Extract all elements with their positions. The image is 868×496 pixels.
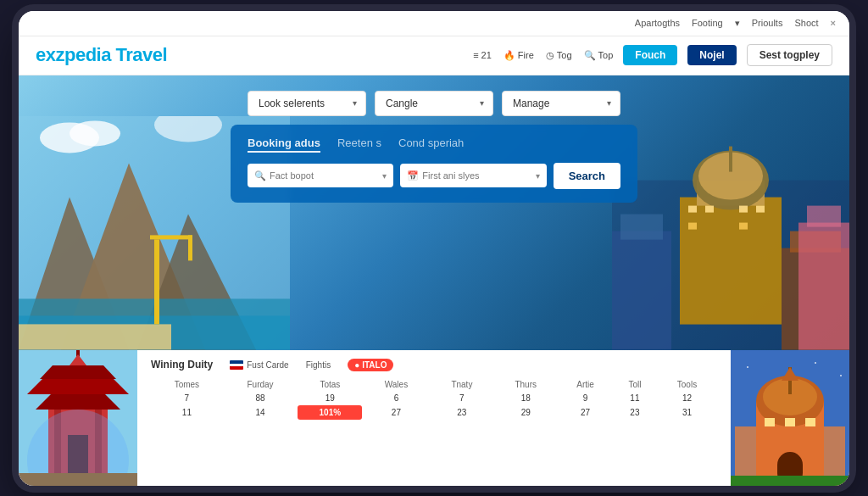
cell-23: 23 [431,405,494,420]
search-panel-wrapper: Look selerents Cangle Manage Booking adu… [19,75,849,203]
col-totas: Totas [298,378,362,391]
hero-section: Look selerents Cangle Manage Booking adu… [19,75,849,350]
col-tools: Tools [657,378,717,391]
top-nav-close-button[interactable]: × [831,18,836,28]
calendar-header-row: Wining Duity Fust Carde Fightis ● ITALO [151,359,717,371]
flag-icon [230,360,243,370]
svg-rect-28 [739,223,748,230]
svg-marker-35 [40,365,116,379]
top-nav-shoct[interactable]: Shoct [794,18,818,28]
top-nav-footing[interactable]: Footing [692,18,723,28]
svg-point-57 [840,375,842,376]
svg-rect-42 [19,473,137,486]
svg-rect-58 [731,476,849,486]
svg-rect-49 [765,418,775,426]
svg-rect-50 [785,418,795,426]
cell-6: 6 [362,391,430,405]
top-nav-dropdown-icon: ▾ [735,18,740,29]
col-wales: Wales [362,378,430,391]
bottom-calendar: Wining Duity Fust Carde Fightis ● ITALO … [137,350,731,486]
cell-18: 18 [493,391,558,405]
col-toll: Toll [613,378,657,391]
dropdown-cangle[interactable]: Cangle [375,91,493,116]
svg-rect-14 [680,198,782,325]
nav-icon-group: ≡ 21 🔥 Fire ◷ Tog 🔍 Top [473,50,613,61]
booking-tabs: Booking adus Reeten s Cond speriah [248,137,620,153]
booking-panel: Booking adus Reeten s Cond speriah 🔍 ▾ 📅… [231,125,637,203]
top-nav-prioults[interactable]: Prioults [752,18,783,28]
booking-search-row: 🔍 ▾ 📅 ▾ Search [248,163,620,189]
first-ani-slyes-input-wrapper: 📅 ▾ [400,164,546,187]
logo: exzpedia Travel [36,44,167,66]
cell-19: 19 [298,391,362,405]
svg-point-55 [747,366,748,368]
svg-rect-26 [756,206,765,213]
main-nav-bar: exzpedia Travel ≡ 21 🔥 Fire ◷ Tog 🔍 Top … [19,36,849,75]
svg-point-56 [815,362,816,364]
calendar-tag-fightis: Fightis [306,360,331,370]
cell-9: 9 [558,391,613,405]
svg-rect-19 [612,231,671,350]
svg-rect-7 [154,240,159,325]
col-tomes: Tomes [151,378,223,391]
svg-rect-29 [798,223,849,350]
cell-29: 29 [493,405,558,420]
cell-12: 12 [657,391,717,405]
calendar-icon: 📅 [407,170,419,181]
svg-rect-25 [739,206,748,213]
calendar-grid: Tomes Furday Totas Wales Tnaty Thurs Art… [151,378,717,420]
calendar-row-2: 11 14 101% 27 23 29 27 23 31 [151,405,717,420]
nav-icon-fire[interactable]: 🔥 Fire [504,50,534,61]
nav-icon-tog[interactable]: ◷ Tog [546,50,572,61]
fact-bopot-input[interactable] [248,164,393,187]
nojel-button[interactable]: Nojel [687,45,736,65]
tab-booking-adus[interactable]: Booking adus [248,137,320,153]
tab-cond-speriah[interactable]: Cond speriah [398,137,464,153]
fact-bopot-input-wrapper: 🔍 ▾ [248,164,393,187]
calendar-tag-fust-carde: Fust Carde [230,360,288,370]
top-nav-bar: Apartogths Footing ▾ Prioults Shoct × [19,11,849,36]
svg-rect-24 [705,206,714,213]
cell-101-highlight: 101% [298,405,362,420]
search-icon: 🔍 [254,170,266,181]
cell-23b: 23 [613,405,657,420]
svg-rect-27 [688,223,697,230]
device-frame: Apartogths Footing ▾ Prioults Shoct × ex… [19,11,849,486]
dropdown-arrow-icon: ▾ [382,171,387,181]
top-nav-apartogths[interactable]: Apartogths [635,18,680,28]
col-artie: Artie [558,378,613,391]
svg-rect-23 [688,206,697,213]
fouch-button[interactable]: Fouch [623,45,677,65]
sest-togpley-button[interactable]: Sest togpley [747,44,832,66]
svg-rect-8 [150,236,192,240]
svg-marker-34 [27,377,129,394]
nav-icon-list[interactable]: ≡ 21 [473,50,492,60]
bottom-left-image [19,350,137,486]
cell-7: 7 [151,391,223,405]
cell-11: 11 [613,391,657,405]
col-tnaty: Tnaty [431,378,494,391]
calendar-row-1: 7 88 19 6 7 18 9 11 12 [151,391,717,405]
bottom-section: Wining Duity Fust Carde Fightis ● ITALO … [19,350,849,486]
svg-rect-6 [19,325,171,350]
dropdown-row: Look selerents Cangle Manage [248,91,620,116]
bottom-right-image [731,350,849,486]
cell-14: 14 [223,405,298,420]
cell-7b: 7 [431,391,494,405]
cell-88: 88 [223,391,298,405]
col-thurs: Thurs [493,378,558,391]
dropdown-look-selerents[interactable]: Look selerents [248,91,366,116]
cell-27b: 27 [558,405,613,420]
cell-31: 31 [657,405,717,420]
nav-icon-top[interactable]: 🔍 Top [584,50,614,61]
svg-rect-20 [620,215,663,240]
dropdown-manage[interactable]: Manage [502,91,620,116]
search-button[interactable]: Search [554,163,620,189]
cell-27: 27 [362,405,430,420]
cell-11b: 11 [151,405,223,420]
calendar-badge-italo: ● ITALO [348,359,393,371]
svg-rect-9 [188,236,192,261]
tab-reeten[interactable]: Reeten s [337,137,381,153]
first-ani-slyes-input[interactable] [400,164,546,187]
svg-rect-51 [805,418,815,426]
